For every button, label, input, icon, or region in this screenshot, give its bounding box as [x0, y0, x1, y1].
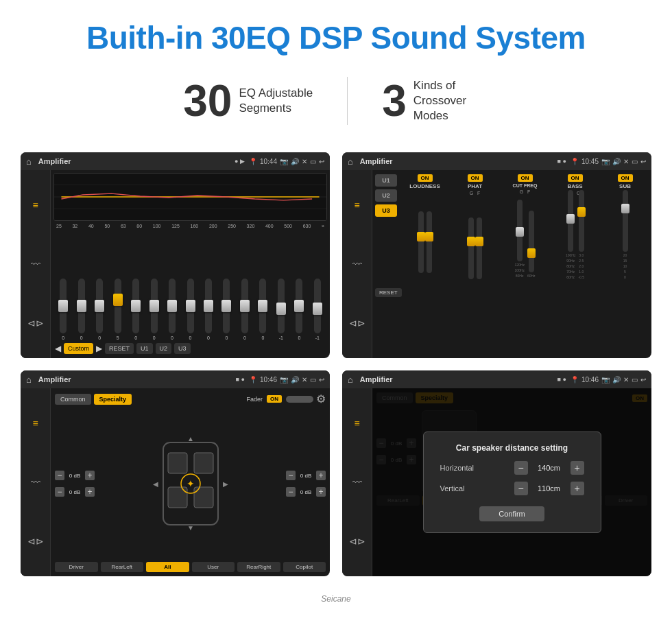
eq-prev[interactable]: ◀ — [55, 344, 61, 353]
eq-thumb-11[interactable] — [240, 300, 250, 312]
confirm-button[interactable]: Confirm — [479, 506, 544, 521]
cf-slider2: 60Hz — [527, 211, 536, 278]
cross-u3-btn[interactable]: U3 — [375, 204, 397, 217]
btn-all[interactable]: All — [146, 562, 189, 572]
db1-minus[interactable]: − — [55, 471, 64, 480]
btn-driver[interactable]: Driver — [55, 562, 98, 572]
eq-slider-1: 0 — [55, 279, 71, 340]
dialog-vertical-row: Vertical − 110cm + — [437, 482, 587, 495]
horizontal-plus[interactable]: + — [571, 461, 584, 475]
lv-thumb2[interactable] — [425, 232, 433, 241]
db1-plus[interactable]: + — [85, 471, 95, 480]
cf-thumb1[interactable] — [516, 227, 524, 237]
lv-thumb1[interactable] — [417, 232, 425, 241]
db2-minus[interactable]: − — [55, 487, 64, 497]
cross-icon1[interactable]: ≡ — [354, 200, 359, 211]
db-row-3: − 0 dB + — [286, 469, 326, 482]
eq-thumb-12[interactable] — [258, 300, 267, 312]
cross-reset-btn[interactable]: RESET — [375, 288, 402, 297]
eq-thumb-14[interactable] — [294, 300, 304, 312]
phat-gf: GF — [470, 191, 481, 196]
fader-slider[interactable] — [286, 396, 313, 403]
cross-icon2[interactable]: 〰 — [352, 259, 362, 270]
bs-thumb2[interactable] — [577, 207, 586, 217]
dist-icon2[interactable]: 〰 — [352, 477, 362, 488]
cf-slider1: 120Hz 100Hz 80Hz — [514, 200, 524, 278]
db2-plus[interactable]: + — [85, 487, 95, 497]
db4-minus[interactable]: − — [286, 487, 296, 497]
eq-thumb-3[interactable] — [95, 300, 104, 312]
dist-icon1[interactable]: ≡ — [354, 418, 359, 429]
cross-icon3[interactable]: ⊲⊳ — [349, 318, 365, 329]
horizontal-minus[interactable]: − — [514, 461, 528, 475]
btn-rearright[interactable]: RearRight — [237, 562, 280, 572]
loudness-on[interactable]: ON — [418, 174, 433, 182]
eq-icon1[interactable]: ≡ — [32, 200, 38, 211]
home-icon3[interactable]: ⌂ — [26, 375, 32, 385]
eq-u2-btn[interactable]: U2 — [156, 343, 172, 354]
eq-thumb-10[interactable] — [221, 300, 231, 312]
eq-thumb-13[interactable] — [276, 303, 286, 315]
ph-thumb2[interactable] — [475, 237, 483, 246]
stat1-label: EQ AdjustableSegments — [239, 86, 313, 116]
eq-sidebar: ≡ 〰 ⊲⊳ — [21, 170, 51, 358]
home-icon[interactable]: ⌂ — [26, 156, 32, 167]
eq-thumb-2[interactable] — [77, 300, 86, 312]
eq-thumb-7[interactable] — [167, 300, 177, 312]
eq-reset-btn[interactable]: RESET — [105, 343, 134, 354]
eq-thumb-6[interactable] — [149, 300, 159, 312]
home-icon2[interactable]: ⌂ — [348, 156, 353, 167]
db3-plus[interactable]: + — [316, 471, 326, 480]
settings-icon[interactable]: ⚙ — [316, 392, 326, 405]
bs-thumb1[interactable] — [566, 214, 575, 224]
db4-plus[interactable]: + — [316, 487, 326, 497]
btn-user[interactable]: User — [192, 562, 235, 572]
dist-icon3[interactable]: ⊲⊳ — [349, 536, 365, 547]
ph-thumb1[interactable] — [467, 237, 475, 246]
eq-icon3[interactable]: ⊲⊳ — [27, 318, 44, 329]
screen2-header: ⌂ Amplifier ■ ● 📍 10:45 📷 🔊 ✕ ▭ ↩ — [342, 152, 651, 170]
spk-icon1[interactable]: ≡ — [32, 418, 38, 429]
eq-slider-3: 0 — [91, 279, 108, 340]
eq-label-32: 32 — [72, 224, 77, 228]
eq-thumb-9[interactable] — [204, 300, 213, 312]
cutfreq-on[interactable]: ON — [518, 174, 533, 182]
eq-label-arrow[interactable]: » — [322, 224, 324, 228]
spk-icon3[interactable]: ⊲⊳ — [27, 536, 44, 547]
phat-on[interactable]: ON — [468, 174, 483, 182]
btn-copilot[interactable]: Copilot — [283, 562, 326, 572]
sub-on[interactable]: ON — [618, 174, 633, 182]
db3-minus[interactable]: − — [286, 471, 296, 480]
vertical-plus[interactable]: + — [571, 482, 584, 495]
eq-graph — [53, 173, 327, 221]
bass-on[interactable]: ON — [568, 174, 583, 182]
screen2-status-icons: 📍 10:45 📷 🔊 ✕ ▭ ↩ — [571, 158, 646, 165]
fader-on[interactable]: ON — [267, 395, 282, 403]
eq-thumb-8[interactable] — [186, 300, 195, 312]
cross-u1-btn[interactable]: U1 — [375, 174, 397, 187]
ch-cutfreq: ON CUT FREQ GF 120Hz 100Hz 80Hz — [501, 174, 549, 279]
home-icon4[interactable]: ⌂ — [348, 375, 353, 385]
btn-rearleft[interactable]: RearLeft — [101, 562, 144, 572]
eq-u3-btn[interactable]: U3 — [174, 343, 191, 354]
eq-label-40: 40 — [88, 224, 94, 228]
eq-next[interactable]: ▶ — [96, 344, 102, 353]
phat-name: PHAT — [468, 183, 482, 189]
spk-icon2[interactable]: 〰 — [31, 477, 40, 488]
eq-thumb-15[interactable] — [313, 303, 322, 315]
eq-thumb-1[interactable] — [58, 300, 68, 312]
eq-thumb-5[interactable] — [131, 300, 141, 312]
cross-u2-btn[interactable]: U2 — [375, 189, 397, 202]
eq-slider-7: 0 — [164, 279, 180, 340]
eq-thumb-4[interactable] — [113, 294, 123, 306]
vertical-control: − 110cm + — [514, 482, 584, 495]
eq-custom-btn[interactable]: Custom — [64, 343, 93, 354]
eq-icon2[interactable]: 〰 — [31, 259, 40, 270]
tab-specialty[interactable]: Specialty — [94, 394, 132, 405]
vertical-minus[interactable]: − — [514, 482, 528, 495]
eq-u1-btn[interactable]: U1 — [136, 343, 153, 354]
ch-loudness: ON LOUDNESS — [401, 174, 448, 279]
cf-thumb2[interactable] — [527, 248, 536, 258]
tab-common[interactable]: Common — [55, 394, 91, 405]
sb-thumb1[interactable] — [621, 204, 629, 213]
